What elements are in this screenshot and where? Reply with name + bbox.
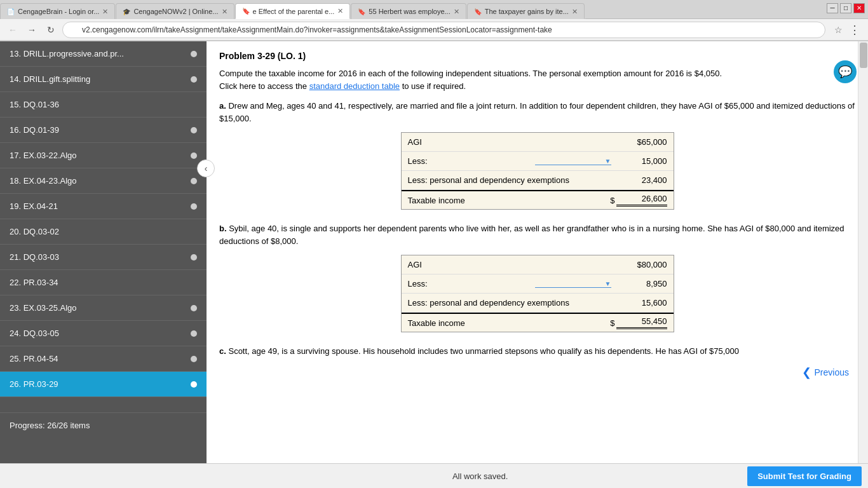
chat-icon: 💬 bbox=[838, 65, 852, 79]
bookmark-icon[interactable]: ☆ bbox=[834, 25, 843, 35]
sidebar-item-19[interactable]: 19. EX.04-21 bbox=[0, 194, 207, 219]
sidebar-item-25[interactable]: 25. PR.04-54 bbox=[0, 346, 207, 372]
table-part-a: AGI $65,000 Less: ▼ 15,000 Less: persona… bbox=[401, 132, 674, 210]
tab-label-2: CengageNOWv2 | Online... bbox=[133, 8, 218, 15]
content-area: Problem 3-29 (LO. 1) Compute the taxable… bbox=[207, 41, 868, 463]
tab-close-5[interactable]: ✕ bbox=[572, 8, 578, 16]
scrollbar[interactable] bbox=[858, 41, 868, 463]
settings-icon[interactable]: ⋮ bbox=[846, 23, 863, 37]
sidebar-item-13[interactable]: 13. DRILL.progressive.and.pr... bbox=[0, 41, 207, 67]
url-text: v2.cengagenow.com/ilrn/takeAssignment/ta… bbox=[82, 25, 552, 34]
sidebar-dot-18 bbox=[191, 178, 197, 184]
sidebar-item-16[interactable]: 16. DQ.01-39 bbox=[0, 118, 207, 143]
sidebar-item-20[interactable]: 20. DQ.03-02 bbox=[0, 219, 207, 245]
sidebar-item-24[interactable]: 24. DQ.03-05 bbox=[0, 321, 207, 346]
scroll-thumb[interactable] bbox=[860, 43, 867, 68]
progress-text: Progress: 26/26 items bbox=[10, 421, 90, 430]
chevron-left-icon: ❮ bbox=[802, 365, 811, 379]
maximize-button[interactable]: □ bbox=[840, 3, 851, 13]
back-button[interactable]: ← bbox=[5, 22, 20, 37]
table-b-less-row: Less: ▼ 8,950 bbox=[402, 274, 674, 294]
sidebar-item-17[interactable]: 17. EX.03-22.Algo bbox=[0, 143, 207, 168]
content-navigation: ❮ Previous bbox=[219, 365, 855, 379]
tab-close-3[interactable]: ✕ bbox=[337, 7, 343, 15]
sidebar-item-22[interactable]: 22. PR.03-34 bbox=[0, 270, 207, 295]
table-a-less-row: Less: ▼ 15,000 bbox=[402, 152, 674, 171]
table-a-less-dropdown[interactable]: ▼ bbox=[535, 158, 611, 165]
sidebar-item-23[interactable]: 23. EX.03-25.Algo bbox=[0, 295, 207, 321]
table-a-taxable-row: Taxable income $ 26,600 bbox=[402, 190, 674, 209]
dropdown-arrow-b: ▼ bbox=[605, 280, 611, 287]
instructions-use: to use if required. bbox=[402, 81, 466, 91]
table-a-agi-row: AGI $65,000 bbox=[402, 133, 674, 152]
sidebar-dot-17 bbox=[191, 152, 197, 159]
problem-title: Problem 3-29 (LO. 1) bbox=[219, 51, 855, 61]
tab-cengagenow[interactable]: 🎓 CengageNOWv2 | Online... ✕ bbox=[116, 3, 234, 19]
previous-label: Previous bbox=[815, 367, 849, 377]
sidebar-dot-25 bbox=[191, 356, 197, 362]
sidebar-dot-14 bbox=[191, 76, 197, 83]
tab-favicon-5: 🔖 bbox=[474, 8, 482, 15]
tab-favicon-4: 🔖 bbox=[358, 8, 365, 15]
sidebar-item-18[interactable]: 18. EX.04-23.Algo bbox=[0, 168, 207, 194]
instructions-click: Click here to access the bbox=[219, 81, 307, 91]
sidebar-dot-16 bbox=[191, 127, 197, 133]
sidebar-item-14[interactable]: 14. DRILL.gift.splitting bbox=[0, 67, 207, 92]
sidebar-dot-26 bbox=[191, 381, 197, 388]
saved-status: All work saved. bbox=[213, 471, 747, 481]
previous-button[interactable]: ❮ Previous bbox=[802, 365, 849, 379]
sidebar-dot-24 bbox=[191, 330, 197, 337]
problem-instructions: Compute the taxable income for 2016 in e… bbox=[219, 67, 855, 92]
sidebar-dot-13 bbox=[191, 51, 197, 57]
tab-label-3: e Effect of the parental e... bbox=[253, 8, 335, 15]
close-button[interactable]: ✕ bbox=[853, 3, 865, 13]
tab-label-1: CengageBrain - Login or... bbox=[18, 8, 99, 15]
tab-close-1[interactable]: ✕ bbox=[102, 8, 108, 16]
table-b-less-dropdown[interactable]: ▼ bbox=[535, 280, 611, 288]
table-b-taxable-row: Taxable income $ 55,450 bbox=[402, 313, 674, 332]
table-part-b: AGI $80,000 Less: ▼ 8,950 Less: personal… bbox=[401, 255, 674, 332]
table-a-personal-row: Less: personal and dependency exemptions… bbox=[402, 171, 674, 190]
sidebar-dot-21 bbox=[191, 254, 197, 261]
sidebar-item-26[interactable]: 26. PR.03-29 bbox=[0, 372, 207, 397]
url-bar[interactable]: v2.cengagenow.com/ilrn/takeAssignment/ta… bbox=[62, 22, 825, 38]
sidebar: 13. DRILL.progressive.and.pr... 14. DRIL… bbox=[0, 41, 207, 463]
tab-favicon-1: 📄 bbox=[7, 8, 15, 15]
refresh-button[interactable]: ↻ bbox=[43, 22, 58, 37]
sidebar-dot-19 bbox=[191, 203, 197, 210]
tab-close-2[interactable]: ✕ bbox=[222, 8, 227, 16]
tab-cengagebrain[interactable]: 📄 CengageBrain - Login or... ✕ bbox=[0, 3, 115, 19]
status-bar: All work saved. Submit Test for Grading bbox=[0, 463, 868, 488]
submit-test-button[interactable]: Submit Test for Grading bbox=[747, 466, 862, 486]
tab-effect-parental[interactable]: 🔖 e Effect of the parental e... ✕ bbox=[235, 3, 351, 19]
sidebar-item-21[interactable]: 21. DQ.03-03 bbox=[0, 245, 207, 270]
sidebar-item-15[interactable]: 15. DQ.01-36 bbox=[0, 92, 207, 118]
collapse-sidebar-button[interactable]: ‹ bbox=[197, 159, 215, 177]
chat-button[interactable]: 💬 bbox=[834, 60, 857, 83]
tab-taxpayer[interactable]: 🔖 The taxpayer gains by ite... ✕ bbox=[467, 3, 585, 19]
progress-bar: Progress: 26/26 items bbox=[0, 412, 207, 438]
tab-close-4[interactable]: ✕ bbox=[454, 8, 459, 16]
tab-label-5: The taxpayer gains by ite... bbox=[485, 8, 569, 15]
table-b-personal-row: Less: personal and dependency exemptions… bbox=[402, 294, 674, 313]
part-b-text: b. Sybil, age 40, is single and supports… bbox=[219, 222, 855, 247]
table-b-agi-row: AGI $80,000 bbox=[402, 255, 674, 274]
forward-button[interactable]: → bbox=[24, 22, 39, 37]
part-a-text: a. Drew and Meg, ages 40 and 41, respect… bbox=[219, 100, 855, 125]
instructions-text: Compute the taxable income for 2016 in e… bbox=[219, 69, 722, 78]
address-bar: ← → ↻ v2.cengagenow.com/ilrn/takeAssignm… bbox=[0, 19, 868, 41]
part-c-text: c. Scott, age 49, is a surviving spouse.… bbox=[219, 345, 855, 358]
sidebar-dot-23 bbox=[191, 305, 197, 311]
standard-deduction-link[interactable]: standard deduction table bbox=[309, 81, 400, 91]
minimize-button[interactable]: ─ bbox=[827, 3, 838, 13]
tab-label-4: 55 Herbert was employe... bbox=[369, 8, 450, 15]
tab-favicon-2: 🎓 bbox=[123, 8, 130, 15]
dropdown-arrow-a: ▼ bbox=[605, 158, 611, 165]
tab-herbert[interactable]: 🔖 55 Herbert was employe... ✕ bbox=[351, 3, 466, 19]
tab-favicon-3: 🔖 bbox=[242, 8, 250, 15]
